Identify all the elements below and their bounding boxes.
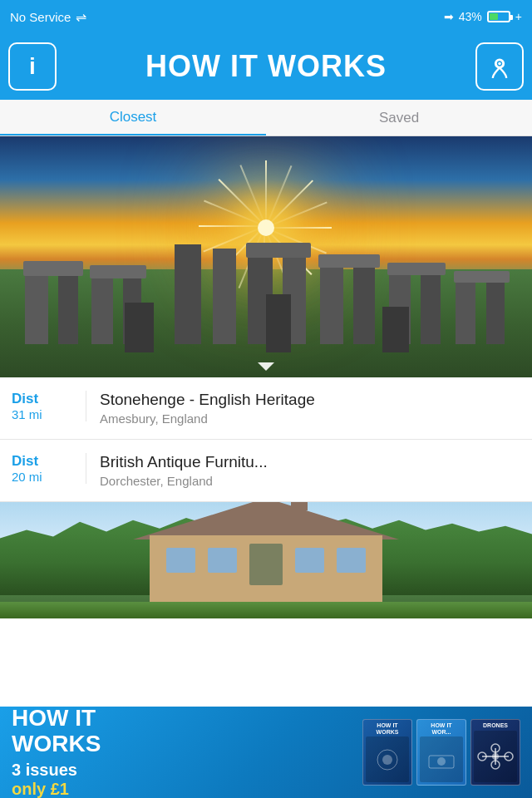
dist-label-2: Dist bbox=[12, 453, 38, 470]
ad-subtitle-text: 3 issues bbox=[12, 761, 77, 779]
svg-rect-8 bbox=[175, 244, 201, 344]
svg-point-31 bbox=[382, 755, 392, 765]
direction-icon: ➡ bbox=[444, 10, 454, 23]
item-info-2: British Antique Furnitu... Dorchester, E… bbox=[100, 453, 520, 488]
charging-icon: + bbox=[515, 10, 522, 23]
stonehenge-svg bbox=[0, 219, 532, 352]
svg-rect-4 bbox=[23, 261, 83, 276]
svg-rect-25 bbox=[166, 548, 195, 573]
distance-block-2: Dist 20 mi bbox=[12, 453, 86, 484]
ad-banner[interactable]: HOW IT WORKS 3 issues only £1 HOW ITWORK… bbox=[0, 707, 532, 798]
list-item[interactable]: Dist 31 mi Stonehenge - English Heritage… bbox=[0, 377, 532, 440]
item-location-1: Amesbury, England bbox=[100, 411, 520, 426]
svg-rect-28 bbox=[295, 548, 324, 573]
house-body bbox=[150, 535, 382, 610]
svg-rect-9 bbox=[213, 249, 236, 344]
svg-rect-24 bbox=[382, 307, 409, 352]
ad-text: HOW IT WORKS 3 issues only £1 bbox=[12, 706, 351, 798]
svg-point-1 bbox=[498, 62, 501, 66]
svg-rect-19 bbox=[456, 278, 475, 344]
magazine-cover-3: DRONES bbox=[470, 719, 520, 786]
svg-point-33 bbox=[437, 757, 446, 766]
ad-title-line1: HOW IT bbox=[12, 705, 96, 731]
svg-rect-18 bbox=[387, 263, 446, 275]
house-roof bbox=[133, 502, 399, 539]
svg-rect-20 bbox=[486, 282, 505, 344]
garden-hedge bbox=[0, 602, 532, 618]
tab-bar: Closest Saved bbox=[0, 100, 532, 136]
svg-rect-22 bbox=[125, 303, 154, 352]
map-pin-button[interactable] bbox=[475, 42, 524, 91]
info-icon: i bbox=[29, 53, 36, 80]
mag-title-1: HOW ITWORKS bbox=[377, 722, 399, 735]
ad-magazines: HOW ITWORKS HOW ITWOR... DRONES bbox=[362, 719, 520, 786]
hero-image[interactable] bbox=[0, 136, 532, 377]
list-item[interactable]: Dist 20 mi British Antique Furnitu... Do… bbox=[0, 440, 532, 502]
svg-rect-29 bbox=[337, 548, 366, 573]
mag-title-3: DRONES bbox=[483, 722, 508, 729]
svg-point-40 bbox=[492, 753, 499, 760]
mag-image-3 bbox=[474, 731, 517, 782]
status-right: ➡ 43% + bbox=[444, 10, 522, 23]
dist-label-1: Dist bbox=[12, 391, 38, 407]
ad-title-line2: WORKS bbox=[12, 731, 101, 756]
svg-rect-21 bbox=[454, 271, 510, 283]
item-location-2: Dorchester, England bbox=[100, 474, 520, 488]
battery-indicator bbox=[487, 11, 510, 22]
ad-title: HOW IT WORKS bbox=[12, 706, 351, 757]
battery-icon bbox=[487, 11, 510, 22]
svg-rect-2 bbox=[25, 269, 48, 344]
svg-rect-14 bbox=[353, 265, 375, 344]
ad-price-text: only £1 bbox=[12, 780, 69, 798]
distance-block-1: Dist 31 mi bbox=[12, 391, 86, 421]
dist-value-1: 31 mi bbox=[12, 407, 42, 421]
magazine-cover-2: HOW ITWOR... bbox=[416, 719, 466, 786]
mag-image-2 bbox=[420, 736, 463, 782]
app-title: HOW IT WORKS bbox=[57, 49, 475, 84]
item-name-1: Stonehenge - English Heritage bbox=[100, 391, 520, 409]
item-name-2: British Antique Furnitu... bbox=[100, 453, 520, 471]
svg-rect-23 bbox=[266, 294, 291, 352]
svg-rect-7 bbox=[90, 265, 146, 278]
battery-percent: 43% bbox=[459, 10, 482, 23]
status-left: No Service ⇌ bbox=[10, 9, 86, 25]
svg-rect-17 bbox=[421, 273, 441, 344]
tab-closest[interactable]: Closest bbox=[0, 100, 266, 135]
svg-rect-5 bbox=[91, 273, 113, 344]
mag-image-1 bbox=[366, 736, 409, 782]
svg-rect-13 bbox=[320, 261, 343, 344]
svg-rect-26 bbox=[208, 548, 237, 573]
item-info-1: Stonehenge - English Heritage Amesbury, … bbox=[100, 391, 520, 426]
status-bar: No Service ⇌ ➡ 43% + bbox=[0, 0, 532, 33]
carrier-label: No Service bbox=[10, 10, 71, 24]
mag-graphic-2 bbox=[425, 747, 458, 772]
tab-saved[interactable]: Saved bbox=[266, 100, 532, 135]
svg-rect-12 bbox=[246, 243, 311, 258]
svg-rect-15 bbox=[318, 254, 380, 268]
mag-graphic-1 bbox=[371, 747, 404, 772]
ad-subtitle: 3 issues only £1 bbox=[12, 761, 351, 798]
pin-icon bbox=[488, 55, 511, 78]
mag-title-2: HOW ITWOR... bbox=[431, 722, 451, 735]
app-header: i HOW IT WORKS bbox=[0, 33, 532, 100]
dist-value-2: 20 mi bbox=[12, 470, 42, 484]
tab-saved-label: Saved bbox=[379, 110, 419, 126]
house-detail bbox=[150, 535, 382, 610]
svg-rect-27 bbox=[249, 544, 283, 585]
drone-graphic bbox=[475, 741, 515, 771]
tab-closest-label: Closest bbox=[110, 109, 157, 126]
info-button[interactable]: i bbox=[8, 42, 57, 91]
magazine-cover-1: HOW ITWORKS bbox=[362, 719, 412, 786]
second-hero-image[interactable] bbox=[0, 502, 532, 618]
battery-fill bbox=[490, 13, 498, 20]
svg-rect-3 bbox=[58, 265, 78, 344]
wifi-icon: ⇌ bbox=[76, 9, 86, 25]
